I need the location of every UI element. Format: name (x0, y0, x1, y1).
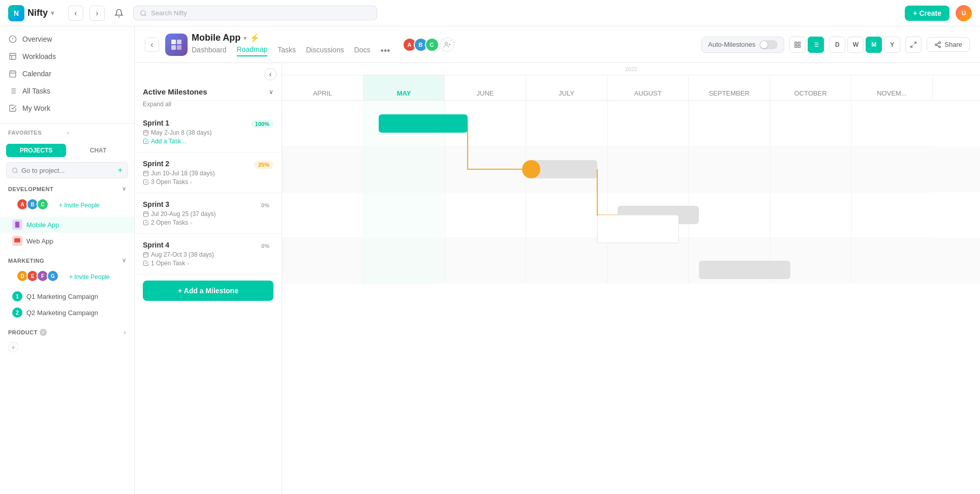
gantt-row-4 (282, 238, 980, 284)
sidebar-nav: Overview Workloads Calendar (0, 26, 134, 121)
mkt-avatar-4: G (47, 270, 59, 282)
sprint-item-1: Sprint 1 100% May 2-Jun 8 (38 days) Add … (135, 112, 282, 152)
tab-roadmap[interactable]: Roadmap (237, 45, 268, 56)
svg-rect-27 (171, 45, 176, 50)
share-button[interactable]: Share (927, 37, 970, 52)
user-avatar[interactable]: U (956, 5, 972, 21)
tab-dashboard[interactable]: Dashboard (192, 46, 227, 56)
search-project-field[interactable]: + (6, 162, 128, 178)
search-box[interactable]: Search Nifty (133, 6, 377, 20)
svg-rect-8 (10, 71, 16, 77)
sidebar-project-mobile-app[interactable]: Mobile App (0, 217, 134, 233)
sprint-3-name: Sprint 3 (143, 200, 169, 208)
svg-rect-47 (144, 131, 148, 135)
add-milestone-button[interactable]: + Add a Milestone (143, 281, 273, 301)
tab-discussions[interactable]: Discussions (306, 46, 344, 56)
month-october: OCTOBER (770, 75, 851, 100)
svg-rect-28 (177, 45, 181, 50)
view-grid-button[interactable] (789, 37, 806, 53)
projects-chat-tabs: PROJECTS CHAT (0, 140, 134, 159)
development-invite-link[interactable]: + Invite People (59, 202, 100, 209)
search-project-input[interactable] (21, 167, 115, 174)
q2-badge: 2 (12, 307, 22, 318)
product-label: PRODUCT (8, 329, 38, 335)
sidebar-item-all-tasks[interactable]: All Tasks (0, 82, 134, 100)
more-menu[interactable]: ••• (381, 46, 390, 56)
project-header-icon (165, 34, 188, 56)
svg-point-42 (939, 42, 941, 44)
milestone-title: Active Milestones (143, 87, 265, 96)
time-week-button[interactable]: W (847, 37, 864, 53)
sprint-2-tasks[interactable]: 3 Open Tasks › (143, 178, 273, 186)
marketing-toggle[interactable]: ∨ (122, 257, 127, 264)
favorites-header[interactable]: FAVORITES › (0, 126, 134, 140)
sprint-1-name: Sprint 1 (143, 119, 169, 127)
marketing-invite-link[interactable]: + Invite People (69, 273, 110, 281)
sidebar-project-q2-marketing[interactable]: 2 Q2 Marketing Campaign (0, 304, 134, 321)
sprint-1-add-task[interactable]: Add a Task... (143, 138, 273, 145)
month-august: AUGUST (607, 75, 689, 100)
month-april: APRIL (282, 75, 363, 100)
tab-docs[interactable]: Docs (354, 46, 371, 56)
tab-tasks[interactable]: Tasks (278, 46, 296, 56)
sidebar-item-workloads[interactable]: Workloads (0, 48, 134, 65)
member-avatars: A B C (403, 38, 454, 52)
svg-point-18 (13, 168, 17, 172)
sidebar-project-web-app[interactable]: Web App (0, 233, 134, 249)
nav-forward-button[interactable]: › (89, 6, 105, 21)
expand-all-button[interactable]: Expand all (135, 101, 282, 112)
dev-avatar-3: C (37, 198, 49, 210)
svg-rect-20 (15, 222, 19, 228)
add-member-button[interactable] (440, 38, 454, 52)
collapse-sidebar-button[interactable]: ‹ (145, 38, 159, 52)
product-add-button[interactable]: + (8, 342, 18, 352)
development-toggle[interactable]: ∨ (122, 186, 127, 192)
sidebar-project-q1-marketing[interactable]: 1 Q1 Marketing Campaign (0, 288, 134, 304)
overview-icon (8, 35, 17, 44)
main-content: ‹ Mobile App ▾ ⚡ Dashboard Roadmap (135, 26, 980, 494)
mobile-app-label: Mobile App (26, 221, 59, 229)
sidebar-item-calendar[interactable]: Calendar (0, 65, 134, 82)
lightning-icon[interactable]: ⚡ (250, 33, 260, 43)
svg-rect-32 (795, 42, 797, 44)
sidebar-item-my-work[interactable]: My Work (0, 100, 134, 117)
milestones-panel: ‹ Active Milestones ∨ Expand all Sprint … (135, 63, 282, 494)
project-title-caret[interactable]: ▾ (243, 35, 247, 42)
sprint-3-date: Jul 20-Aug 25 (37 days) (143, 210, 273, 218)
product-toggle[interactable]: › (124, 329, 126, 335)
time-day-button[interactable]: D (829, 37, 845, 53)
svg-rect-22 (14, 238, 20, 242)
marketing-team-row: D E F G + Invite People (0, 268, 134, 288)
toggle-switch[interactable] (759, 40, 778, 49)
add-project-icon[interactable]: + (118, 166, 122, 175)
collapse-panel-button[interactable]: ‹ (264, 68, 277, 80)
svg-line-45 (937, 45, 939, 46)
svg-point-43 (935, 44, 937, 46)
sprint-4-tasks[interactable]: 1 Open Task › (143, 260, 273, 267)
share-label: Share (944, 41, 962, 48)
sprint-2-name: Sprint 2 (143, 160, 169, 168)
development-team-avatars: A B C (8, 197, 55, 213)
chat-tab[interactable]: CHAT (68, 144, 128, 157)
projects-tab[interactable]: PROJECTS (6, 144, 66, 157)
milestone-caret[interactable]: ∨ (269, 88, 273, 96)
time-year-button[interactable]: Y (884, 37, 900, 53)
content-tabs: Dashboard Roadmap Tasks Discussions Docs… (192, 45, 390, 56)
sidebar: Overview Workloads Calendar (0, 26, 135, 494)
milestone-header: Active Milestones ∨ (135, 80, 282, 101)
sprint-3-tasks[interactable]: 2 Open Tasks › (143, 219, 273, 226)
logo[interactable]: N Nifty ▾ (8, 5, 54, 21)
favorites-caret: › (67, 130, 126, 136)
sidebar-item-overview[interactable]: Overview (0, 30, 134, 48)
time-month-button[interactable]: M (866, 37, 882, 53)
nav-back-button[interactable]: ‹ (68, 6, 83, 21)
create-button[interactable]: + Create (905, 6, 950, 21)
auto-milestones-toggle[interactable]: Auto-Milestones (701, 37, 784, 53)
expand-button[interactable] (905, 37, 922, 53)
svg-rect-26 (177, 40, 181, 44)
notification-icon[interactable] (111, 5, 127, 21)
month-headers: APRIL MAY JUNE JULY AUGUST SEPTEMBER OCT… (282, 75, 980, 101)
development-section-header: DEVELOPMENT ∨ (0, 181, 134, 196)
month-june: JUNE (445, 75, 526, 100)
view-list-button[interactable] (808, 37, 824, 53)
